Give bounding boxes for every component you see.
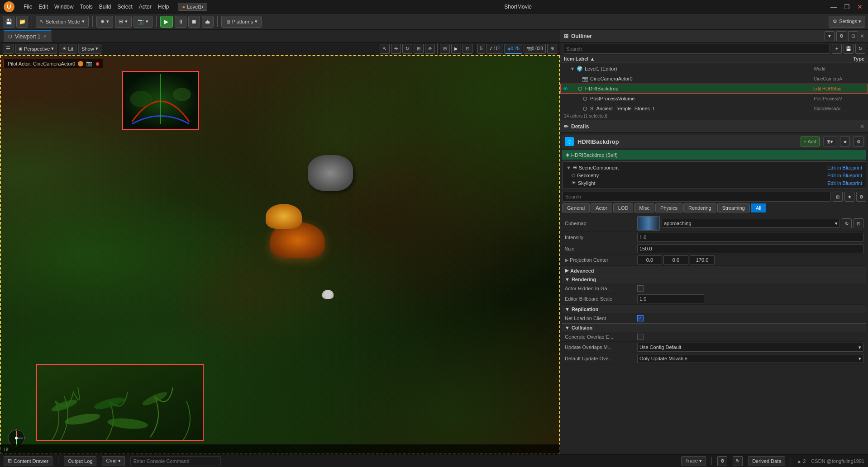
details-star-button[interactable]: ★ — [840, 137, 850, 146]
menu-file[interactable]: File — [24, 4, 32, 10]
lit-button[interactable]: ☀ Lit — [59, 44, 76, 54]
details-gear-button[interactable]: ⚙ — [854, 137, 863, 146]
tab-general[interactable]: General — [562, 203, 590, 212]
grid-icon[interactable]: ⊞ — [440, 44, 450, 54]
status-settings-icon[interactable]: ⚙ — [717, 456, 727, 466]
move-icon[interactable]: ✛ — [391, 44, 401, 54]
minimize-button[interactable]: — — [829, 3, 839, 10]
snap-button[interactable]: ⊞ ▾ — [115, 16, 132, 28]
tree-eye-hdri[interactable]: 👁 — [561, 86, 570, 91]
play-button[interactable]: ▶ — [160, 16, 173, 28]
details-layout-button[interactable]: ⊞▾ — [823, 137, 836, 146]
show-button[interactable]: Show ▾ — [78, 44, 101, 54]
perspective-button[interactable]: ◉ Perspective ▾ — [15, 44, 57, 54]
proj-x-input[interactable] — [637, 255, 662, 264]
cubemap-thumbnail[interactable] — [637, 216, 660, 231]
platforms-button[interactable]: 🖥 Platforms ▾ — [221, 16, 262, 28]
menu-select[interactable]: Select — [117, 4, 132, 10]
hidden-checkbox[interactable] — [637, 285, 644, 292]
snap-num[interactable]: 5 — [477, 44, 486, 54]
cmd-dropdown[interactable]: Cmd ▾ — [102, 456, 124, 466]
details-search-gear-icon[interactable]: ⚙ — [856, 192, 866, 202]
tree-row-cinecamera[interactable]: 📷 CineCameraActor0 CineCameraA — [560, 74, 868, 84]
outliner-save-button[interactable]: 💾 — [844, 44, 854, 54]
hamburger-menu[interactable]: ☰ — [3, 44, 14, 54]
frame-num[interactable]: 📷 0.033 — [524, 44, 546, 54]
save-button[interactable]: 💾 — [3, 16, 14, 28]
cubemap-browse-icon[interactable]: ⊡ — [854, 218, 863, 228]
overlap-checkbox[interactable] — [637, 334, 644, 340]
tree-row-hdri[interactable]: 👁 ⬡ HDRIBackdrop Edit HDRIBac — [560, 84, 868, 94]
outliner-refresh-button[interactable]: ↻ — [855, 44, 865, 54]
outliner-collapse-button[interactable]: ⊡ — [848, 31, 858, 41]
grid2-icon[interactable]: ⊡ — [463, 44, 472, 54]
menu-actor[interactable]: Actor — [139, 4, 152, 10]
cubemap-dropdown[interactable]: approaching ▾ — [662, 219, 840, 228]
eject-button[interactable]: ⏏ — [202, 16, 214, 28]
pause-button[interactable]: ⏸ — [175, 16, 186, 28]
speed-num[interactable]: ◈ 0.25 — [505, 44, 522, 54]
intensity-input[interactable] — [637, 233, 863, 242]
menu-window[interactable]: Window — [54, 4, 74, 10]
transform-button[interactable]: ⊕ ▾ — [96, 16, 113, 28]
bp-link-scene[interactable]: Edit in Blueprint — [827, 165, 862, 170]
tab-physics[interactable]: Physics — [655, 203, 682, 212]
details-add-button[interactable]: + Add — [801, 137, 820, 146]
app-icon[interactable]: U — [4, 1, 14, 12]
proj-y-input[interactable] — [663, 255, 688, 264]
bp-row-scene[interactable]: ▼ ⊕ SceneComponent Edit in Blueprint — [564, 164, 864, 171]
viewport-content[interactable]: Pilot Actor: CineCameraActor0 📷 ⏺ — [0, 55, 560, 454]
status-refresh-icon[interactable]: ↻ — [733, 456, 743, 466]
tab-misc[interactable]: Misc — [634, 203, 654, 212]
derived-data-button[interactable]: Derived Data — [748, 456, 785, 466]
details-search-star-icon[interactable]: ★ — [844, 192, 854, 202]
tab-rendering[interactable]: Rendering — [683, 203, 716, 212]
menu-build[interactable]: Build — [99, 4, 111, 10]
inset-viewport-bottom[interactable] — [36, 364, 204, 441]
transform2-icon[interactable]: ⊕ — [425, 44, 435, 54]
realtime-icon[interactable]: ▶ — [451, 44, 461, 54]
details-search-grid-icon[interactable]: ⊞ — [833, 192, 843, 202]
rotate-vp-icon[interactable]: ↻ — [402, 44, 412, 54]
camera-button[interactable]: 📷 ▾ — [134, 16, 153, 28]
default-update-dropdown[interactable]: Only Update Movable ▾ — [637, 354, 863, 363]
open-button[interactable]: 📁 — [16, 16, 28, 28]
section-rendering[interactable]: ▼ Rendering — [562, 275, 866, 283]
outliner-filter-button[interactable]: ▼ — [825, 31, 835, 41]
bp-link-skylight[interactable]: Edit in Blueprint — [827, 180, 862, 186]
trace-button[interactable]: Trace ▾ — [681, 456, 706, 466]
section-collision[interactable]: ▼ Collision — [562, 323, 866, 332]
outliner-close-button[interactable]: ✕ — [860, 33, 864, 39]
bp-selected-row[interactable]: ◈ HDRIBackdrop (Self) — [562, 150, 866, 160]
outliner-settings-button[interactable]: ⚙ — [836, 31, 846, 41]
close-button[interactable]: ✕ — [855, 3, 864, 10]
update-overlaps-dropdown[interactable]: Use Config Default ▾ — [637, 343, 863, 352]
size-input[interactable] — [637, 244, 863, 253]
menu-help[interactable]: Help — [158, 4, 169, 10]
selection-mode-button[interactable]: ↖ Selection Mode ▾ — [36, 16, 89, 28]
stop-button[interactable]: ⏹ — [188, 16, 200, 28]
bp-row-geometry[interactable]: ◇ Geometry Edit in Blueprint — [564, 171, 864, 179]
proj-z-input[interactable] — [690, 255, 715, 264]
viewport-tab-close[interactable]: ✕ — [43, 34, 47, 39]
level-selector[interactable]: ● Level1• — [178, 3, 207, 11]
output-log-button[interactable]: Output Log — [64, 456, 96, 466]
details-close-button[interactable]: ✕ — [860, 123, 864, 130]
cubemap-refresh-icon[interactable]: ↻ — [842, 218, 852, 228]
net-load-checkbox[interactable]: ✓ — [637, 315, 644, 321]
viewport-1-tab[interactable]: ⬡ Viewport 1 ✕ — [4, 30, 52, 42]
tab-streaming[interactable]: Streaming — [717, 203, 750, 212]
section-replication[interactable]: ▼ Replication — [562, 305, 866, 313]
billboard-input[interactable] — [637, 294, 704, 303]
layout-icon[interactable]: ⊞ — [547, 44, 557, 54]
scale-icon[interactable]: ⊞ — [414, 44, 424, 54]
content-drawer-button[interactable]: ⊞ Content Drawer — [4, 456, 52, 466]
cursor-vp-icon[interactable]: ↖ — [380, 44, 390, 54]
tree-row-level1[interactable]: ▼ 🌍 Level1 (Editor) World — [560, 64, 868, 74]
details-search-input[interactable] — [562, 192, 831, 202]
bp-row-skylight[interactable]: ☀ Skylight Edit in Blueprint — [564, 179, 864, 187]
console-input[interactable] — [130, 456, 221, 466]
tab-lod[interactable]: LOD — [613, 203, 634, 212]
angle-num[interactable]: ∠ 10° — [486, 44, 503, 54]
bp-link-geometry[interactable]: Edit in Blueprint — [827, 173, 862, 178]
